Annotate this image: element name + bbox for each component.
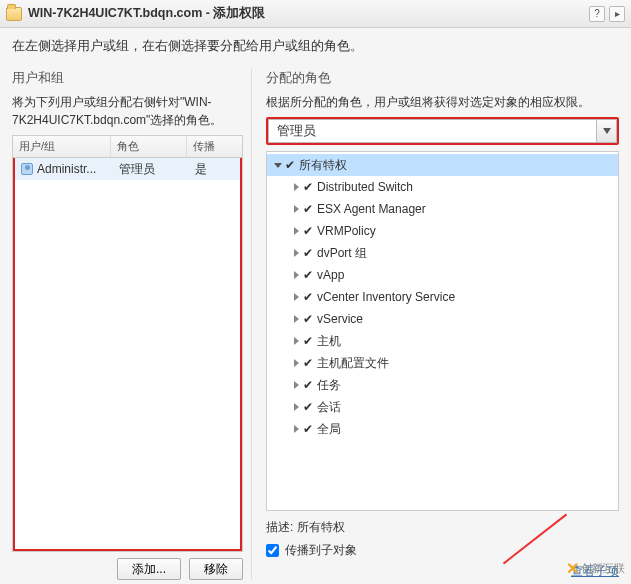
- tree-item[interactable]: ✔vApp: [267, 264, 618, 286]
- triangle-right-icon: [291, 271, 301, 279]
- assigned-role-heading: 分配的角色: [266, 69, 619, 87]
- help-button[interactable]: ?: [589, 6, 605, 22]
- check-icon: ✔: [303, 268, 313, 282]
- propagate-label[interactable]: 传播到子对象: [285, 542, 357, 559]
- triangle-down-icon: [273, 161, 283, 169]
- col-user[interactable]: 用户/组: [13, 136, 111, 157]
- user-icon: [21, 163, 33, 175]
- tree-item[interactable]: ✔全局: [267, 418, 618, 440]
- tree-item[interactable]: ✔VRMPolicy: [267, 220, 618, 242]
- propagate-row: 传播到子对象: [266, 542, 619, 559]
- chevron-down-icon: [596, 120, 616, 142]
- window-title: WIN-7K2H4UIC7KT.bdqn.com - 添加权限: [28, 5, 265, 22]
- triangle-right-icon: [291, 183, 301, 191]
- users-table: 用户/组 角色 传播 Administr... 管理员 是: [12, 135, 243, 552]
- tree-item[interactable]: ✔会话: [267, 396, 618, 418]
- check-icon: ✔: [303, 356, 313, 370]
- triangle-right-icon: [291, 359, 301, 367]
- check-icon: ✔: [303, 312, 313, 326]
- tree-item[interactable]: ✔Distributed Switch: [267, 176, 618, 198]
- users-groups-heading: 用户和组: [12, 69, 243, 87]
- check-icon: ✔: [303, 334, 313, 348]
- tree-item[interactable]: ✔dvPort 组: [267, 242, 618, 264]
- triangle-right-icon: [291, 425, 301, 433]
- triangle-right-icon: [291, 227, 301, 235]
- check-icon: ✔: [303, 378, 313, 392]
- row-user: Administr...: [37, 162, 96, 176]
- tree-item[interactable]: ✔任务: [267, 374, 618, 396]
- triangle-right-icon: [291, 293, 301, 301]
- tree-item[interactable]: ✔主机: [267, 330, 618, 352]
- role-dropdown[interactable]: 管理员: [268, 119, 617, 143]
- col-propagate[interactable]: 传播: [187, 136, 242, 157]
- triangle-right-icon: [291, 337, 301, 345]
- triangle-right-icon: [291, 315, 301, 323]
- check-icon: ✔: [303, 224, 313, 238]
- privilege-tree[interactable]: ✔ 所有特权 ✔Distributed Switch✔ESX Agent Man…: [266, 151, 619, 511]
- row-propagate: 是: [189, 161, 240, 178]
- triangle-right-icon: [291, 205, 301, 213]
- tree-item[interactable]: ✔vService: [267, 308, 618, 330]
- folder-icon: [6, 7, 22, 21]
- table-row[interactable]: Administr... 管理员 是: [15, 158, 240, 180]
- check-icon: ✔: [303, 180, 313, 194]
- users-groups-panel: 用户和组 将为下列用户或组分配右侧针对"WIN-7K2H4UIC7KT.bdqn…: [12, 69, 252, 580]
- tree-item[interactable]: ✔vCenter Inventory Service: [267, 286, 618, 308]
- description-row: 描述: 所有特权: [266, 519, 619, 536]
- assigned-role-panel: 分配的角色 根据所分配的角色，用户或组将获得对选定对象的相应权限。 管理员 ✔ …: [252, 69, 619, 580]
- table-header: 用户/组 角色 传播: [13, 136, 242, 158]
- tree-item[interactable]: ✔ESX Agent Manager: [267, 198, 618, 220]
- triangle-right-icon: [291, 249, 301, 257]
- check-icon: ✔: [303, 246, 313, 260]
- tree-root[interactable]: ✔ 所有特权: [267, 154, 618, 176]
- row-role: 管理员: [113, 161, 189, 178]
- propagate-checkbox[interactable]: [266, 544, 279, 557]
- users-groups-subtext: 将为下列用户或组分配右侧针对"WIN-7K2H4UIC7KT.bdqn.com"…: [12, 93, 243, 129]
- check-icon: ✔: [303, 422, 313, 436]
- instruction-text: 在左侧选择用户或组，在右侧选择要分配给用户或组的角色。: [12, 38, 619, 55]
- check-icon: ✔: [303, 400, 313, 414]
- check-icon: ✔: [303, 290, 313, 304]
- check-icon: ✔: [303, 202, 313, 216]
- col-role[interactable]: 角色: [111, 136, 187, 157]
- titlebar: WIN-7K2H4UIC7KT.bdqn.com - 添加权限 ? ▸: [0, 0, 631, 28]
- assigned-role-subtext: 根据所分配的角色，用户或组将获得对选定对象的相应权限。: [266, 93, 619, 111]
- triangle-right-icon: [291, 403, 301, 411]
- check-icon: ✔: [285, 158, 295, 172]
- watermark: ✕创新互联: [566, 559, 625, 578]
- role-dropdown-value: 管理员: [269, 123, 596, 140]
- remove-button[interactable]: 移除: [189, 558, 243, 580]
- expand-button[interactable]: ▸: [609, 6, 625, 22]
- tree-item[interactable]: ✔主机配置文件: [267, 352, 618, 374]
- add-button[interactable]: 添加...: [117, 558, 181, 580]
- triangle-right-icon: [291, 381, 301, 389]
